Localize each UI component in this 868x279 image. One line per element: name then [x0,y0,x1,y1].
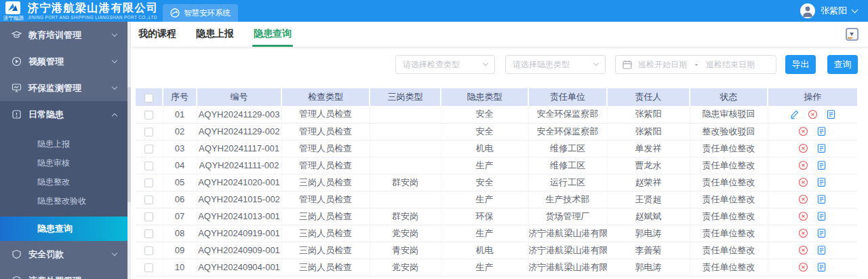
detail-icon[interactable] [816,160,827,170]
row-checkbox[interactable] [144,212,153,221]
sidebar-item-hazard-query[interactable]: 隐患查询 [0,217,127,241]
company-name: 济宁港航梁山港有限公司 [28,2,159,14]
cancel-icon[interactable] [798,262,808,272]
detail-icon[interactable] [816,126,827,136]
cell-ops [768,242,857,259]
sidebar-nav: 教育培训管理 视频管理 环保监测管理 日常隐患 [0,22,127,279]
user-icon [800,3,815,18]
tab-hazard-report[interactable]: 隐患上报 [195,28,235,47]
detail-icon[interactable] [816,262,827,272]
check-type-select[interactable]: 请选择检查类型 [395,55,495,74]
date-range-input[interactable]: 巡检开始日期 - 巡检结束日期 [615,55,776,74]
row-checkbox[interactable] [144,263,153,272]
cell-hazard_type: 生产 [441,259,528,276]
cancel-icon[interactable] [798,211,808,221]
cell-ops [768,174,857,191]
system-tab[interactable]: 智慧安环系统 [163,4,238,22]
chevron-down-icon [483,60,488,66]
cancel-icon[interactable] [798,177,808,187]
cancel-icon[interactable] [798,245,808,255]
sidebar-item-label: 隐患整改 [37,176,70,188]
detail-icon[interactable] [816,211,827,221]
company-title-block: 济宁港航梁山港有限公司 JINING PORT AND SHIPPING LIA… [28,2,159,20]
tab-label: 隐患查询 [254,28,292,39]
cell-person: 张紫阳 [607,123,690,140]
detail-icon[interactable] [816,245,827,255]
select-all-checkbox[interactable] [144,94,153,103]
select-all-header-cell [136,88,163,106]
cell-unit: 济宁港航梁山港有限公司 [528,225,607,242]
cell-no: 08 [163,225,197,242]
row-actions [768,194,858,204]
row-actions [768,109,858,119]
env-monitor-icon [12,83,22,93]
cell-hazard_type: 安全 [441,106,528,123]
detail-icon[interactable] [826,109,836,119]
tab-my-courses[interactable]: 我的课程 [137,28,178,47]
scrollbar-track[interactable] [127,22,131,279]
export-button[interactable]: 导出 [785,55,816,74]
row-checkbox[interactable] [144,179,153,187]
cancel-icon[interactable] [808,109,818,119]
cell-code: AQYH20240919-001 [197,225,281,242]
detail-icon[interactable] [816,143,827,153]
cell-no: 10 [163,259,197,276]
avatar [800,3,815,18]
detail-icon[interactable] [816,228,827,238]
row-checkbox[interactable] [144,145,153,153]
cell-unit: 济宁港航梁山港有限公司 [528,242,607,259]
cancel-icon[interactable] [798,228,808,238]
tab-hazard-query[interactable]: 隐患查询 [252,28,293,47]
row-checkbox[interactable] [144,229,153,238]
sidebar-item-hazard-rectify[interactable]: 隐患整改 [0,172,127,191]
cell-code: AQYH20241015-002 [197,191,281,208]
sidebar-item-env-monitoring[interactable]: 环保监测管理 [0,75,127,101]
edit-icon[interactable] [789,109,800,119]
hazard-type-select[interactable]: 请选择隐患类型 [505,55,606,74]
column-header-post_type: 三岗类型 [370,88,441,106]
sidebar-item-safety-fine[interactable]: 安全罚款 [0,241,127,267]
collapse-panel-icon[interactable] [846,28,859,41]
row-checkbox-cell [136,157,163,174]
safety-fine-icon [12,249,22,259]
cell-check_type: 管理人员检查 [281,140,370,157]
sidebar-item-violation-penalty[interactable]: 违章处罚管理 [0,267,127,279]
user-menu[interactable]: 张紫阳 [800,0,857,22]
detail-icon[interactable] [816,177,827,187]
cell-hazard_type: 安全 [441,174,528,191]
chevron-down-icon [112,276,117,279]
row-checkbox-cell [136,225,163,242]
cell-no: 09 [163,242,197,259]
cell-status: 责任单位整改 [690,259,768,276]
cell-post_type [370,157,441,174]
row-checkbox[interactable] [144,162,153,170]
sidebar-item-hazard-rectify-accept[interactable]: 隐患整改验收 [0,191,127,210]
sidebar-item-hazard-report[interactable]: 隐患上报 [0,134,127,153]
row-checkbox[interactable] [144,128,153,136]
cell-status: 隐患审核驳回 [690,106,768,123]
company-logo-icon [5,1,20,14]
cell-no: 06 [163,191,197,208]
row-checkbox-cell [136,106,163,123]
cell-ops [768,259,857,276]
table-row: 05AQYH20241020-001三岗人员检查群安岗安全运行工区赵荣祥责任单位… [136,174,857,191]
cancel-icon[interactable] [798,126,808,136]
table-row: 09AQYH20240909-001三岗人员检查青安岗机电济宁港航梁山港有限公司… [136,242,857,259]
cell-status: 整改验收驳回 [690,123,768,140]
row-actions [768,245,858,255]
row-checkbox[interactable] [144,111,153,119]
cancel-icon[interactable] [798,194,808,204]
sidebar-item-video-management[interactable]: 视频管理 [0,48,127,75]
sidebar-item-daily-hazard[interactable]: 日常隐患 [0,101,127,128]
query-button[interactable]: 查询 [827,55,858,74]
sidebar-item-hazard-review[interactable]: 隐患审核 [0,153,127,172]
detail-icon[interactable] [816,194,827,204]
scrollbar-thumb[interactable] [127,87,131,202]
cell-unit: 维修工区 [528,140,607,157]
table-row: 04AQYH20241111-002管理人员检查生产维修工区曹龙水责任单位整改 [136,157,857,174]
cancel-icon[interactable] [798,160,808,170]
cancel-icon[interactable] [798,143,808,153]
sidebar-item-education-training[interactable]: 教育培训管理 [0,22,127,48]
row-checkbox[interactable] [144,196,153,204]
row-checkbox[interactable] [144,246,153,255]
